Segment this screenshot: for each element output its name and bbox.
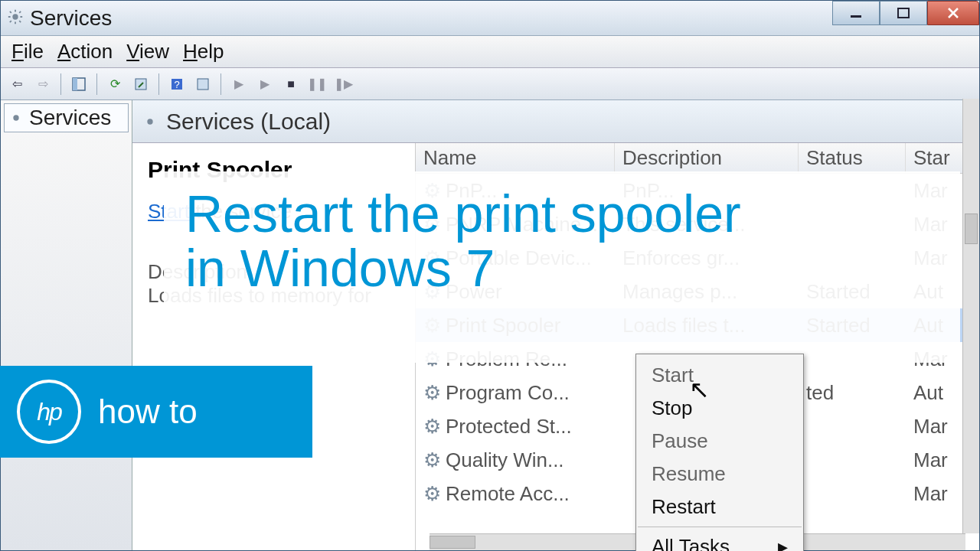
ctx-stop[interactable]: Stop: [636, 392, 803, 425]
sidebar-item-services[interactable]: Services: [4, 103, 129, 132]
svg-rect-8: [198, 79, 208, 90]
menu-help[interactable]: Help: [183, 40, 224, 64]
menu-action[interactable]: Action: [57, 40, 113, 64]
svg-point-9: [13, 115, 18, 120]
gear-icon: ⚙: [423, 381, 441, 404]
svg-point-10: [147, 119, 152, 124]
minimize-button[interactable]: [832, 1, 880, 25]
close-button[interactable]: [927, 1, 979, 25]
overlay-line1: Restart the print spooler: [185, 184, 741, 243]
overlay-line2: in Windows 7: [185, 239, 495, 297]
ctx-all-tasks[interactable]: All Tasks: [636, 530, 803, 551]
menu-bar: File Action View Help: [1, 36, 979, 68]
list-header: Name Description Status Star: [416, 143, 979, 174]
gear-icon: [142, 113, 158, 130]
toolbar: ⇦ ⇨ ⟳ ? ▶ ▶ ■ ❚❚ ❚▶: [1, 68, 979, 100]
mouse-cursor: ↖: [689, 375, 710, 404]
export-list-button[interactable]: [129, 73, 152, 96]
gear-icon: ⚙: [423, 482, 441, 505]
restart-service-button[interactable]: ❚▶: [332, 73, 354, 96]
forward-button[interactable]: ⇨: [31, 73, 54, 96]
hp-howto-text: how to: [98, 393, 198, 431]
tree-sidebar: Services: [1, 100, 132, 550]
ctx-pause: Pause: [636, 425, 803, 458]
sidebar-item-label: Services: [29, 106, 111, 130]
help-button[interactable]: ?: [165, 73, 188, 96]
vertical-scrollbar[interactable]: [962, 99, 979, 533]
titlebar: Services: [1, 1, 979, 36]
pause-service-button[interactable]: ❚❚: [305, 73, 328, 96]
ctx-restart[interactable]: Restart: [636, 491, 803, 523]
start-service-button[interactable]: ▶: [227, 73, 250, 96]
back-button[interactable]: ⇦: [5, 73, 28, 96]
stop-service-button[interactable]: ■: [279, 73, 302, 96]
gear-icon: [8, 109, 24, 126]
col-name[interactable]: Name: [416, 143, 615, 173]
gear-icon: ⚙: [423, 415, 441, 438]
col-status[interactable]: Status: [799, 143, 906, 173]
svg-point-0: [12, 14, 18, 19]
services-title-icon: [7, 8, 24, 28]
maximize-button[interactable]: [880, 1, 927, 25]
menu-file[interactable]: File: [11, 40, 44, 64]
video-title-overlay: Restart the print spooler in Windows 7: [164, 171, 960, 363]
main-header: Services (Local): [132, 100, 979, 143]
ctx-resume: Resume: [636, 458, 803, 491]
gear-icon: ⚙: [423, 448, 441, 471]
refresh-button[interactable]: ⟳: [103, 73, 126, 96]
properties-button[interactable]: [191, 73, 214, 96]
show-hide-tree-button[interactable]: [67, 73, 90, 96]
col-description[interactable]: Description: [615, 143, 799, 173]
svg-rect-4: [73, 78, 77, 90]
hp-howto-strip: hp how to: [0, 366, 312, 458]
window-title: Services: [30, 6, 112, 31]
hp-logo: hp: [17, 380, 81, 444]
menu-view[interactable]: View: [126, 40, 169, 64]
main-header-title: Services (Local): [166, 109, 331, 135]
svg-rect-2: [898, 8, 909, 18]
context-menu: Start Stop Pause Resume Restart All Task…: [635, 354, 804, 551]
svg-rect-1: [851, 15, 861, 18]
start-service-button-2[interactable]: ▶: [253, 73, 276, 96]
svg-text:?: ?: [174, 79, 179, 90]
ctx-start: Start: [636, 359, 803, 392]
